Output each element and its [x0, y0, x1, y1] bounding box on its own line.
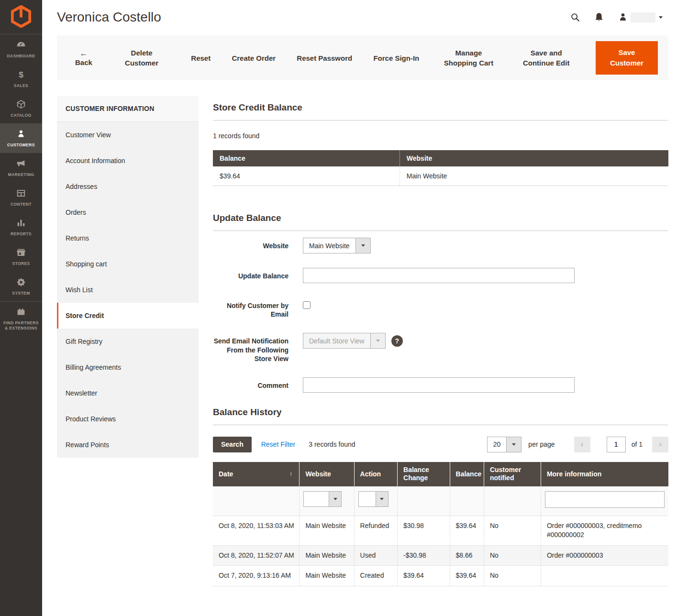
update-balance-title: Update Balance [213, 213, 668, 231]
sidebar-item-system[interactable]: SYSTEM [0, 272, 42, 301]
per-page-select[interactable]: 20 [487, 437, 522, 452]
page-title: Veronica Costello [57, 10, 161, 25]
notifications-icon[interactable] [594, 12, 604, 22]
sidebar-item-dashboard[interactable]: DASHBOARD [0, 34, 42, 64]
balance-history-table: Date ↑ Website Action Balance Change Bal… [213, 462, 668, 586]
column-header-website[interactable]: Website [300, 462, 354, 486]
search-icon[interactable] [570, 12, 580, 22]
website-select[interactable]: Main Website [303, 238, 371, 253]
action-cell: Used [354, 545, 397, 566]
save-and-continue-edit-button[interactable]: Save and Continue Edit [518, 48, 575, 68]
force-sign-in-button[interactable]: Force Sign-In [373, 53, 419, 63]
balance-cell: $39.64 [450, 516, 484, 545]
reset-password-button[interactable]: Reset Password [297, 53, 352, 63]
sidebar-item-customers[interactable]: CUSTOMERS [0, 123, 42, 153]
tab-customer-view[interactable]: Customer View [57, 122, 199, 148]
tab-orders[interactable]: Orders [57, 199, 199, 225]
delete-customer-button[interactable]: Delete Customer [113, 48, 170, 68]
more-information-cell [541, 566, 668, 586]
main-content: Store Credit Balance 1 records found Bal… [213, 96, 668, 598]
update-balance-input[interactable] [303, 268, 575, 283]
magento-logo[interactable] [0, 0, 42, 34]
date-cell: Oct 8, 2020, 11:53:03 AM [213, 516, 300, 545]
tab-gift-registry[interactable]: Gift Registry [57, 329, 199, 354]
sidebar-item-marketing[interactable]: MARKETING [0, 153, 42, 183]
system-icon [16, 277, 26, 289]
date-cell: Oct 7, 2020, 9:13:16 AM [213, 566, 300, 586]
previous-page-button[interactable]: ‹ [574, 437, 590, 452]
header-actions [570, 12, 663, 22]
tab-billing-agreements[interactable]: Billing Agreements [57, 354, 199, 380]
tab-newsletter[interactable]: Newsletter [57, 380, 199, 406]
sidebar-item-reports[interactable]: REPORTS [0, 212, 42, 242]
reset-filter-link[interactable]: Reset Filter [261, 440, 296, 448]
more-information-cell: Order #000000003 [541, 545, 668, 566]
sidebar-item-label: CONTENT [11, 202, 32, 207]
tab-account-information[interactable]: Account Information [57, 148, 199, 174]
balance-cell: $39.64 [450, 566, 484, 586]
search-button[interactable]: Search [213, 437, 252, 452]
store-view-form-row: Send Email Notification From the Followi… [213, 333, 668, 363]
column-header-more-information[interactable]: More information [541, 462, 668, 486]
content: CUSTOMER INFORMATION Customer View Accou… [42, 80, 677, 598]
marketing-icon [16, 158, 26, 170]
store-credit-balance-table: Balance Website $39.64 Main Website [213, 150, 668, 186]
sidebar-item-label: MARKETING [8, 172, 34, 177]
tab-shopping-cart[interactable]: Shopping cart [57, 251, 199, 277]
filter-row [213, 486, 668, 516]
column-header-balance-change[interactable]: Balance Change [398, 462, 450, 486]
page-actions-toolbar: ← Back Delete Customer Reset Create Orde… [57, 35, 668, 80]
tab-returns[interactable]: Returns [57, 225, 199, 251]
help-icon[interactable]: ? [391, 335, 403, 347]
balance-cell: $8.66 [450, 545, 484, 566]
admin-menu: DASHBOARD $ SALES CATALOG CUSTOMERS MARK… [0, 0, 42, 616]
sidebar-item-label: CATALOG [11, 113, 32, 118]
select-arrow-icon [329, 492, 341, 506]
next-page-button[interactable]: › [652, 437, 668, 452]
create-order-button[interactable]: Create Order [232, 53, 276, 63]
tab-reward-points[interactable]: Reward Points [57, 432, 199, 458]
sidebar-item-label: CUSTOMERS [7, 143, 35, 148]
sidebar-item-content[interactable]: CONTENT [0, 183, 42, 212]
stores-icon [16, 247, 26, 259]
more-information-filter-input[interactable] [545, 491, 665, 508]
sidebar-item-stores[interactable]: STORES [0, 242, 42, 272]
sidebar-item-label: REPORTS [11, 231, 32, 237]
notify-customer-checkbox[interactable] [303, 301, 311, 309]
sidebar-item-catalog[interactable]: CATALOG [0, 94, 42, 123]
sidebar-item-sales[interactable]: $ SALES [0, 64, 42, 94]
current-page-input[interactable] [607, 437, 626, 452]
sidebar-item-find-partners-extensions[interactable]: FIND PARTNERS & EXTENSIONS [0, 301, 42, 336]
reset-button[interactable]: Reset [191, 53, 211, 63]
store-view-select: Default Store View [303, 333, 386, 349]
column-header-action[interactable]: Action [354, 462, 397, 486]
column-header-customer-notified[interactable]: Customer notified [484, 462, 541, 486]
table-row: Oct 8, 2020, 11:53:03 AM Main Website Re… [213, 516, 668, 545]
manage-shopping-cart-button[interactable]: Manage Shopping Cart [440, 48, 497, 68]
page-header: Veronica Costello [42, 0, 677, 35]
tab-product-reviews[interactable]: Product Reviews [57, 406, 199, 432]
column-header-balance[interactable]: Balance [450, 462, 484, 486]
account-menu[interactable] [618, 12, 663, 22]
save-customer-button[interactable]: Save Customer [596, 41, 658, 75]
select-arrow-icon [376, 492, 388, 506]
store-credit-balance-title: Store Credit Balance [213, 102, 668, 121]
update-balance-label: Update Balance [213, 268, 289, 280]
tab-store-credit[interactable]: Store Credit [57, 303, 199, 329]
tab-wish-list[interactable]: Wish List [57, 277, 199, 303]
back-arrow-icon: ← [79, 48, 88, 58]
website-cell: Main Website [300, 545, 354, 566]
sidebar-item-label: FIND PARTNERS & EXTENSIONS [2, 320, 40, 331]
website-filter-select[interactable] [303, 491, 342, 507]
magento-admin-app: DASHBOARD $ SALES CATALOG CUSTOMERS MARK… [0, 0, 677, 616]
balance-change-cell: -$30.98 [398, 545, 450, 566]
back-button[interactable]: ← Back [75, 48, 92, 67]
column-header-date[interactable]: Date ↑ [213, 462, 300, 486]
tab-addresses[interactable]: Addresses [57, 174, 199, 199]
comment-input[interactable] [303, 377, 575, 393]
balance-value: $39.64 [213, 166, 400, 186]
sales-icon: $ [16, 69, 26, 81]
action-filter-select[interactable] [358, 491, 388, 507]
column-header-website: Website [400, 150, 668, 166]
chevron-down-icon [659, 16, 663, 19]
